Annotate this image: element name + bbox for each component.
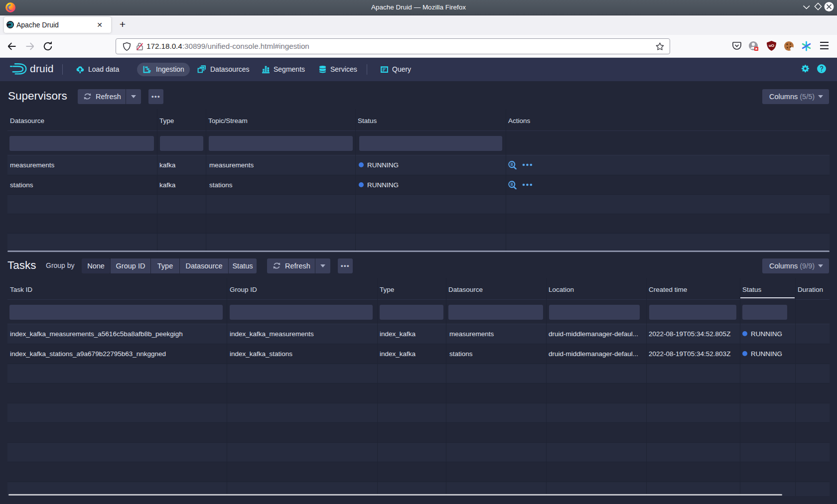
svg-text:uO: uO (769, 43, 774, 48)
